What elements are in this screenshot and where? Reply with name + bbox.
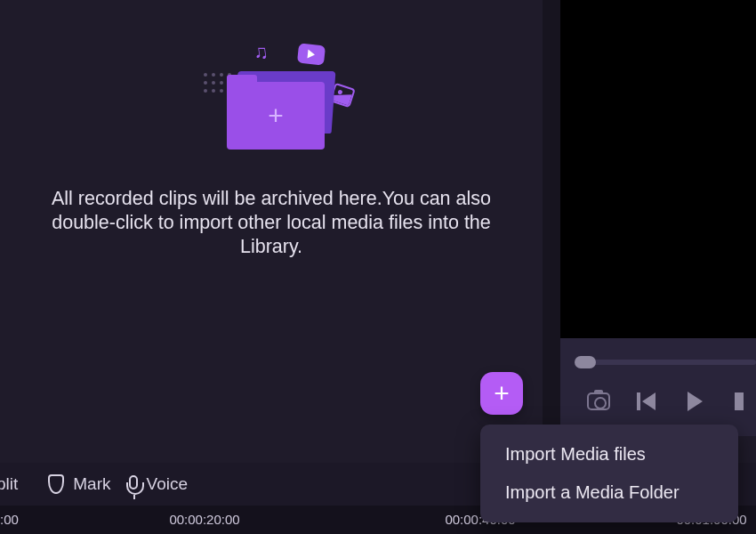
camera-icon <box>587 392 610 410</box>
progress-thumb[interactable] <box>575 356 596 368</box>
split-button[interactable]: plit <box>0 474 18 494</box>
mark-label: Mark <box>73 474 110 494</box>
play-button[interactable] <box>688 392 703 411</box>
import-media-folder-item[interactable]: Import a Media Folder <box>480 473 738 512</box>
stop-icon <box>735 392 744 410</box>
library-empty-state: ♫ + All recorded clips will be archived … <box>40 36 503 259</box>
snapshot-button[interactable] <box>587 392 610 410</box>
add-media-button[interactable]: + <box>480 372 523 415</box>
step-back-icon <box>642 392 655 410</box>
step-back-button[interactable] <box>642 392 655 410</box>
voice-label: Voice <box>147 474 188 494</box>
mark-button[interactable]: Mark <box>48 474 110 494</box>
ruler-tick: 00:00:20:00 <box>169 512 239 527</box>
library-empty-message: All recorded clips will be archived here… <box>40 187 503 259</box>
music-note-icon: ♫ <box>252 40 269 65</box>
panel-divider <box>543 0 560 436</box>
ruler-tick: :00 <box>0 512 19 527</box>
import-menu: Import Media files Import a Media Folder <box>480 425 738 522</box>
folder-front-shape: + <box>227 82 325 150</box>
play-icon <box>688 392 703 411</box>
progress-track[interactable] <box>576 360 756 365</box>
plus-icon: + <box>494 378 510 409</box>
preview-controls <box>560 338 756 436</box>
stop-button[interactable] <box>735 392 744 410</box>
library-panel[interactable]: ♫ + All recorded clips will be archived … <box>0 0 543 436</box>
import-media-files-item[interactable]: Import Media files <box>480 435 738 473</box>
split-label: plit <box>0 474 18 494</box>
video-chip-icon <box>297 43 326 65</box>
empty-folder-illustration: ♫ + <box>191 36 351 160</box>
voice-button[interactable]: Voice <box>129 474 188 494</box>
mark-icon <box>48 474 64 494</box>
microphone-icon <box>129 475 138 490</box>
transport-controls <box>560 392 756 411</box>
preview-panel <box>560 0 756 338</box>
folder-plus-icon: + <box>268 101 284 131</box>
